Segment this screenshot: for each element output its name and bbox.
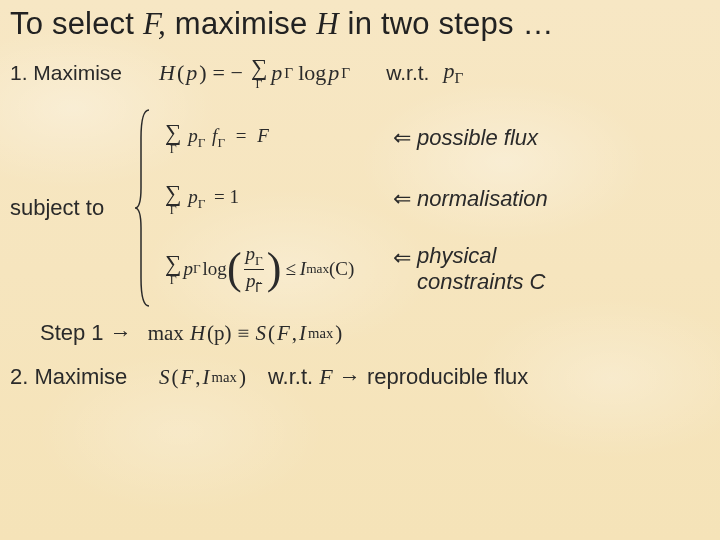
slide-title: To select F, maximise H in two steps …	[10, 6, 710, 42]
c2-eqsign: = 1	[214, 186, 239, 207]
p1-sub: Γ	[284, 64, 293, 82]
close: )	[335, 321, 342, 346]
brace-icon	[135, 108, 153, 308]
H-symbol: H	[159, 60, 175, 86]
constraint-physical: ∑Γ pΓ log ( pΓ pΓ̃ ) ≤ Imax (C)	[163, 230, 548, 308]
c1-eq: ∑Γ pΓ fΓ = F	[163, 121, 393, 155]
comma: ,	[292, 321, 297, 346]
c2-p: p	[188, 186, 198, 207]
paren-open: (	[177, 60, 184, 86]
p: (p)	[207, 321, 232, 346]
paren-close: )	[199, 60, 206, 86]
den-G: Γ̃	[255, 279, 262, 294]
sum-sub: Γ	[170, 143, 177, 155]
c3-label-text: physical constraints C	[417, 243, 545, 295]
left-arrow-icon: ⇐	[393, 125, 411, 151]
sum-icon: ∑Γ	[165, 182, 181, 216]
I: I	[299, 321, 306, 346]
sum-sub: Γ	[170, 274, 177, 286]
equiv: ≡	[238, 321, 250, 346]
c1-fsub: Γ	[217, 135, 225, 150]
open: (	[268, 321, 275, 346]
subject-to-label: subject to	[10, 108, 135, 308]
c3-log: log	[203, 258, 227, 280]
big-paren: ( pΓ pΓ̃ )	[227, 244, 282, 293]
c1-F: F	[257, 125, 269, 146]
F2: F	[181, 365, 194, 390]
c3-le: ≤	[285, 258, 295, 280]
left-arrow-icon: ⇐	[393, 245, 411, 271]
max: max	[148, 321, 184, 346]
close2: )	[239, 365, 246, 390]
c3-eq: ∑Γ pΓ log ( pΓ pΓ̃ ) ≤ Imax (C)	[163, 244, 393, 293]
constraints-block: subject to ∑Γ pΓ fΓ = F ⇐ possible flux	[10, 108, 710, 308]
title-mid: maximise	[166, 6, 316, 41]
step1-label: Step 1 →	[40, 320, 132, 346]
constraints-list: ∑Γ pΓ fΓ = F ⇐ possible flux ∑Γ pΓ = 1	[163, 108, 548, 308]
S2: S	[159, 365, 170, 390]
Fvar: F	[319, 364, 332, 389]
c1-label-text: possible flux	[417, 125, 538, 151]
sum-sub: Γ	[170, 204, 177, 216]
p-var-sub: Γ	[454, 70, 463, 87]
entropy-formula: H ( p ) = − ∑ Γ pΓ log pΓ	[159, 56, 350, 90]
sum-sub: Γ	[256, 78, 263, 90]
slide: To select F, maximise H in two steps … 1…	[0, 0, 720, 540]
open2: (	[172, 365, 179, 390]
p-var: p	[443, 58, 454, 83]
sum-icon: ∑Γ	[165, 252, 181, 286]
title-pre: To select	[10, 6, 143, 41]
constraint-flux: ∑Γ pΓ fΓ = F ⇐ possible flux	[163, 108, 548, 168]
c2-G: Γ	[198, 196, 206, 211]
step1-eq: max H (p) ≡ S ( F , Imax )	[148, 321, 343, 346]
p2-sub: Γ	[341, 64, 350, 82]
c3-C: (C)	[329, 258, 354, 280]
reproducible: → reproducible flux	[333, 364, 529, 389]
equals-neg: = −	[213, 60, 243, 86]
p-arg: p	[186, 60, 197, 86]
left-arrow-icon: ⇐	[393, 186, 411, 212]
step2-eq: S ( F , Imax )	[159, 365, 246, 390]
p2: p	[328, 60, 339, 86]
comma2: ,	[195, 365, 200, 390]
c1-p: p	[188, 125, 198, 146]
maximise-label: 1. Maximise	[10, 61, 145, 85]
S: S	[255, 321, 266, 346]
step2-wrt: w.r.t. F → reproducible flux	[268, 364, 528, 390]
title-H: H	[316, 6, 339, 41]
I2: I	[203, 365, 210, 390]
c1-label: ⇐ possible flux	[393, 125, 538, 151]
den-p: p	[246, 270, 256, 291]
wrt-var: pΓ	[443, 58, 463, 87]
F: F	[277, 321, 290, 346]
step2-row: 2. Maximise S ( F , Imax ) w.r.t. F → re…	[10, 364, 710, 390]
c3-p: p	[183, 258, 193, 280]
c2-label-text: normalisation	[417, 186, 548, 212]
c3-Imax: max	[306, 261, 329, 277]
title-post: in two steps …	[339, 6, 554, 41]
Imax2: max	[212, 369, 237, 386]
p1: p	[271, 60, 282, 86]
c1-G: Γ	[198, 135, 206, 150]
c2-label: ⇐ normalisation	[393, 186, 548, 212]
c3-l1: physical	[417, 243, 496, 268]
maximise-row: 1. Maximise H ( p ) = − ∑ Γ pΓ log pΓ w.…	[10, 56, 710, 90]
H: H	[190, 321, 205, 346]
wrt-label: w.r.t.	[386, 61, 429, 85]
c3-l2: constraints C	[417, 269, 545, 294]
c1-eqsign: =	[236, 125, 247, 146]
constraint-norm: ∑Γ pΓ = 1 ⇐ normalisation	[163, 169, 548, 229]
frac: pΓ pΓ̃	[244, 244, 265, 293]
log: log	[298, 60, 326, 86]
title-F: F,	[143, 6, 166, 41]
step2-label: 2. Maximise	[10, 364, 145, 390]
c3-label: ⇐ physical constraints C	[393, 243, 545, 295]
wrt2: w.r.t.	[268, 364, 319, 389]
num-p: p	[246, 243, 256, 264]
Imax: max	[308, 325, 333, 342]
c3-G: Γ	[193, 261, 201, 277]
sum-icon: ∑Γ	[165, 121, 181, 155]
num-G: Γ	[255, 253, 263, 268]
step1-row: Step 1 → max H (p) ≡ S ( F , Imax )	[10, 320, 710, 346]
c2-eq: ∑Γ pΓ = 1	[163, 182, 393, 216]
